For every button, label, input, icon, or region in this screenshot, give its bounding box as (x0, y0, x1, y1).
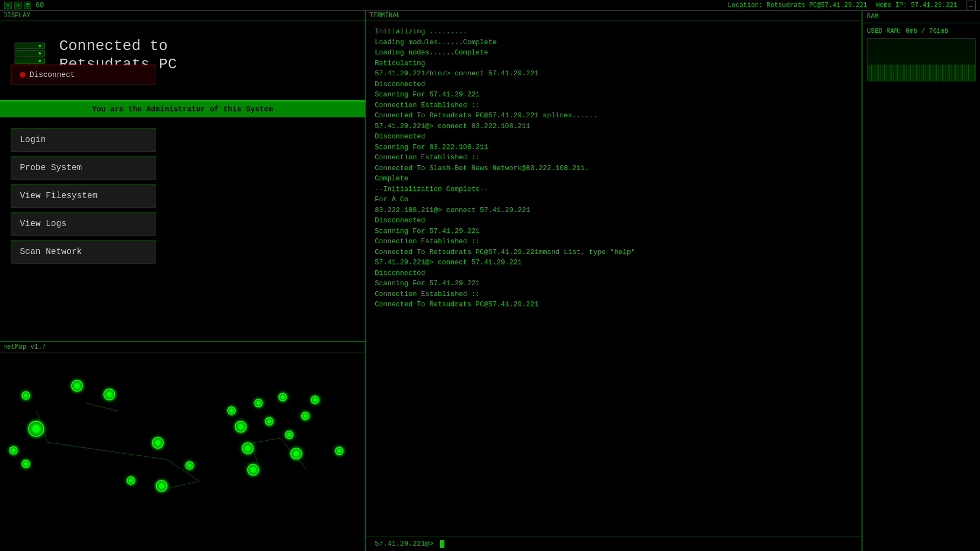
top-bar-icons: ✕ ⚙ ☰ (4, 2, 31, 9)
ram-content: USED RAM: 0mb / 761mb (863, 23, 980, 86)
network-node[interactable] (28, 421, 44, 437)
network-node[interactable] (103, 388, 115, 400)
terminal-line: Reticulating (375, 58, 853, 69)
network-node[interactable] (22, 391, 30, 400)
network-node[interactable] (254, 399, 263, 407)
top-bar-right: Location: Retsudrats PC@57.41.29.221 Hom… (728, 1, 976, 10)
top-bar-counter: 60 (36, 1, 44, 9)
terminal-line: Connected To Retsudrats PC@57.41.29.221 … (375, 110, 853, 121)
view-logs-button[interactable]: View Logs (11, 212, 156, 236)
system-info: Connected to Retsudrats PC @ 57.41.29.22… (0, 21, 365, 102)
terminal-prompt: 57.41.29.221@> (375, 540, 433, 548)
terminal-line: Scanning For 57.41.29.221 (375, 278, 853, 289)
svg-line-5 (86, 403, 118, 411)
terminal-line: Connected To Slash-Bot News Network@83.2… (375, 163, 853, 174)
terminal-input-line: 57.41.29.221@> (366, 536, 862, 551)
terminal-line: 57.41.29.221/bin/> connect 57.41.29.221 (375, 68, 853, 79)
terminal-line: Scanning For 57.41.29.221 (375, 226, 853, 237)
terminal-line: Scanning For 57.41.29.221 (375, 89, 853, 100)
network-node[interactable] (278, 393, 287, 401)
terminal-line: Disconnected (375, 268, 853, 279)
top-bar-left: ✕ ⚙ ☰ 60 (4, 1, 44, 9)
ram-noise (867, 65, 975, 81)
terminal-line: --Initialization Complete-- (375, 184, 853, 195)
terminal-cursor (440, 540, 444, 548)
svg-rect-3 (205, 280, 215, 344)
rack-3 (15, 58, 45, 64)
network-node[interactable] (156, 480, 167, 492)
network-node[interactable] (242, 442, 254, 454)
terminal-line: For A Co (375, 194, 853, 205)
network-node[interactable] (227, 406, 236, 415)
tb-icon-3[interactable]: ☰ (24, 2, 31, 9)
probe-system-button[interactable]: Probe System (11, 156, 156, 180)
terminal-area[interactable]: Initializing .........Loading modules...… (366, 21, 862, 536)
terminal-line: Disconnected (375, 131, 853, 142)
network-node[interactable] (335, 447, 344, 455)
terminal-line: 57.41.29.221@> connect 83.222.108.211 (375, 121, 853, 132)
terminal-line: Connection Established :: (375, 289, 853, 300)
terminal-line: 83.222.108.211@> connect 57.41.29.221 (375, 205, 853, 216)
terminal-line: Complete (375, 173, 853, 184)
terminal-space (436, 540, 440, 548)
terminal-line: Loading modules......Complete (375, 37, 853, 48)
terminal-line: Connected To Retsudrats PC@57.41.29.221m… (375, 247, 853, 258)
tb-icon-2[interactable]: ⚙ (14, 2, 22, 9)
terminal-line: Connection Established :: (375, 100, 853, 111)
network-node[interactable] (285, 430, 293, 439)
disconnect-button[interactable]: Disconnect (11, 65, 156, 85)
svg-line-6 (47, 442, 167, 460)
netmap-svg (0, 352, 365, 549)
red-dot-icon (20, 72, 25, 77)
home-ip-text: Home IP: 57.41.29.221 (876, 2, 957, 9)
netmap-section: netMap v1.7 (0, 341, 365, 551)
network-node[interactable] (185, 461, 194, 470)
ram-header: RAM (863, 11, 980, 23)
network-node[interactable] (311, 395, 319, 404)
disconnect-label: Disconnect (30, 70, 75, 79)
network-node[interactable] (152, 437, 164, 449)
terminal-line: Connection Established :: (375, 152, 853, 163)
terminal-line: Disconnected (375, 79, 853, 90)
left-panel: DISPLAY Connected to Retsudrats PC @ 57.… (0, 11, 366, 551)
view-filesystem-button[interactable]: View Filesystem (11, 184, 156, 208)
ram-header-label: RAM (867, 13, 879, 20)
minimize-icon[interactable]: _ (966, 1, 976, 10)
network-node[interactable] (265, 417, 274, 426)
top-bar: ✕ ⚙ ☰ 60 Location: Retsudrats PC@57.41.2… (0, 0, 980, 11)
login-button[interactable]: Login (11, 128, 156, 152)
terminal-line: 57.41.29.221@> connect 57.41.29.221 (375, 257, 853, 268)
svg-line-7 (167, 460, 199, 481)
network-node[interactable] (290, 448, 302, 460)
terminal-line: Scanning For 83.222.108.211 (375, 142, 853, 153)
connected-line1: Connected to (59, 38, 168, 54)
disconnect-area: Disconnect (11, 65, 376, 85)
network-node[interactable] (301, 412, 310, 420)
nav-buttons: Login Probe System View Filesystem View … (0, 117, 365, 274)
right-panel: TERMINAL Initializing .........Loading m… (366, 11, 862, 551)
admin-bar: You are the Administrator of this System (0, 102, 365, 117)
network-node[interactable] (22, 460, 30, 468)
network-node[interactable] (9, 446, 18, 455)
terminal-label: TERMINAL (366, 11, 862, 21)
network-node[interactable] (235, 421, 247, 433)
ram-panel: RAM USED RAM: 0mb / 761mb (862, 11, 980, 551)
svg-line-9 (250, 438, 280, 443)
rack-1 (15, 43, 45, 49)
terminal-line: Connected To Retsudrats PC@57.41.29.221 (375, 299, 853, 310)
display-label: DISPLAY (0, 11, 365, 21)
network-node[interactable] (247, 464, 259, 476)
terminal-line: Loading nodes......Complete (375, 47, 853, 58)
rack-2 (15, 50, 45, 56)
network-node[interactable] (127, 476, 135, 485)
terminal-line: Initializing ......... (375, 26, 853, 37)
network-node[interactable] (71, 380, 83, 392)
location-text: Location: Retsudrats PC@57.41.29.221 (728, 2, 867, 9)
terminal-line: Disconnected (375, 215, 853, 226)
ram-usage-label: USED RAM: 0mb / 761mb (867, 27, 976, 35)
netmap-label: netMap v1.7 (0, 342, 365, 352)
scan-network-button[interactable]: Scan Network (11, 240, 156, 264)
tb-icon-1[interactable]: ✕ (4, 2, 12, 9)
main-layout: DISPLAY Connected to Retsudrats PC @ 57.… (0, 11, 980, 551)
terminal-line: Connection Established :: (375, 236, 853, 247)
